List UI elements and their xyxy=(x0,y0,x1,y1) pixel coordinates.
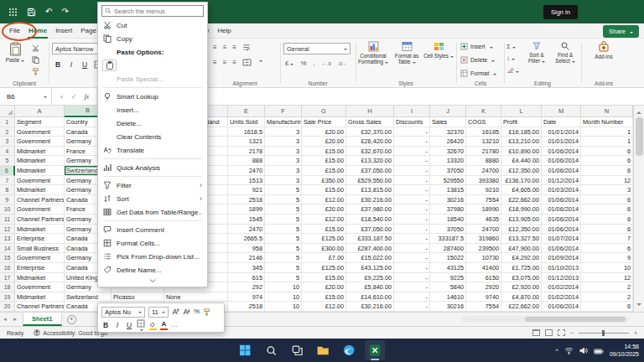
zoom-out-icon[interactable]: − xyxy=(570,330,574,336)
cell-A9[interactable]: Channel Partners xyxy=(15,195,65,205)
cell-J4[interactable]: 32670 xyxy=(430,147,466,157)
new-sheet-button[interactable]: + xyxy=(67,315,76,324)
prev-sheet-icon[interactable]: ◄ xyxy=(0,317,10,322)
tray-chevron-icon[interactable]: ^ xyxy=(555,347,558,354)
cell-J20[interactable]: 30216 xyxy=(430,302,466,312)
find-select-button[interactable]: Find & Select xyxy=(552,41,579,65)
cell-F9[interactable]: 5 xyxy=(265,195,302,205)
align-right-icon[interactable]: ≡ xyxy=(232,59,236,68)
cell-K5[interactable]: 8880 xyxy=(466,156,501,166)
cell-J14[interactable]: 287400 xyxy=(430,244,466,254)
paste-button[interactable]: Paste xyxy=(4,42,26,63)
cell-K11[interactable]: 4635 xyxy=(466,215,501,225)
row-header-9[interactable]: 9 xyxy=(0,195,15,205)
cell-N12[interactable]: 6 xyxy=(581,225,633,235)
mini-fill-color-icon[interactable] xyxy=(148,321,157,330)
row-header-14[interactable]: 14 xyxy=(0,244,15,254)
column-header-M[interactable]: M xyxy=(542,106,581,117)
mini-font-color-icon[interactable]: A xyxy=(160,321,168,330)
cell-A5[interactable]: Midmarket xyxy=(15,156,65,166)
cell-G2[interactable]: £20.00 xyxy=(302,127,346,137)
share-button[interactable]: Share xyxy=(603,25,639,38)
cell-M12[interactable]: 01/06/2014 xyxy=(542,225,581,235)
cell-N7[interactable]: 12 xyxy=(581,176,633,186)
mini-more-options-icon[interactable]: … xyxy=(171,322,179,328)
cell-J6[interactable]: 37050 xyxy=(430,166,466,176)
menu-item-insert-comment[interactable]: Insert Comment xyxy=(98,223,207,236)
menu-item-cut[interactable]: Cut xyxy=(98,18,207,32)
cell-I4[interactable]: - xyxy=(394,147,430,157)
cell-A18[interactable]: Government xyxy=(15,282,65,292)
cell-L17[interactable]: £3,075.00 xyxy=(501,273,542,283)
cell-G12[interactable]: £15.00 xyxy=(302,225,346,235)
cell-H6[interactable]: £37,050.00 xyxy=(346,166,394,176)
cell-M8[interactable]: 01/03/2014 xyxy=(542,185,581,195)
cell-F14[interactable]: 5 xyxy=(265,244,302,254)
cell-H13[interactable]: £333,187.50 xyxy=(346,234,394,244)
cell-M1[interactable]: Date xyxy=(542,117,581,127)
cell-N3[interactable]: 1 xyxy=(581,137,633,147)
undo-icon[interactable]: ↶ xyxy=(45,8,52,16)
cell-F17[interactable]: 5 xyxy=(265,273,302,283)
normal-view-icon[interactable] xyxy=(532,329,540,336)
next-sheet-icon[interactable]: ► xyxy=(10,317,20,322)
column-header-F[interactable]: F xyxy=(265,106,302,117)
cell-I17[interactable]: - xyxy=(394,273,430,283)
cell-J12[interactable]: 37050 xyxy=(430,225,466,235)
cell-J3[interactable]: 26420 xyxy=(430,137,466,147)
cell-K8[interactable]: 9210 xyxy=(466,185,501,195)
cell-I6[interactable]: - xyxy=(394,166,430,176)
sort-filter-button[interactable]: Sort & Filter xyxy=(523,41,550,65)
row-header-6[interactable]: 6 xyxy=(0,166,15,176)
horizontal-scrollbar[interactable] xyxy=(461,316,629,323)
cell-M2[interactable]: 01/01/2014 xyxy=(542,127,581,137)
bold-button[interactable]: B xyxy=(54,60,62,69)
app-launcher-icon[interactable] xyxy=(8,8,18,17)
menu-item-filter[interactable]: Filter› xyxy=(98,178,207,192)
cell-I10[interactable]: - xyxy=(394,204,430,215)
cell-K10[interactable]: 18990 xyxy=(466,204,501,215)
cell-G7[interactable]: £350.00 xyxy=(302,176,346,186)
page-layout-view-icon[interactable] xyxy=(545,329,553,336)
paste-option-keep-formatting[interactable] xyxy=(102,59,117,71)
cell-I2[interactable]: - xyxy=(394,127,430,137)
cell-E10[interactable]: 1899 xyxy=(228,204,265,215)
cell-C19[interactable]: Picasso xyxy=(112,292,164,303)
cell-E18[interactable]: 292 xyxy=(228,282,265,292)
clear-icon[interactable] xyxy=(506,66,519,75)
cell-M3[interactable]: 01/01/2014 xyxy=(542,137,581,147)
cell-H17[interactable]: £9,225.00 xyxy=(346,273,394,283)
cell-M15[interactable]: 01/09/2014 xyxy=(542,253,581,263)
underline-button[interactable]: U xyxy=(80,60,89,69)
cell-I12[interactable]: - xyxy=(394,225,430,235)
redo-icon[interactable]: ↷ xyxy=(61,8,68,16)
cell-J15[interactable]: 15022 xyxy=(430,253,466,263)
cell-H9[interactable]: £30,216.00 xyxy=(346,195,394,205)
tab-insert[interactable]: Insert xyxy=(51,23,76,39)
cell-F15[interactable]: 5 xyxy=(265,253,302,263)
row-header-11[interactable]: 11 xyxy=(0,215,15,225)
cell-M16[interactable]: 01/10/2013 xyxy=(542,263,581,273)
cell-H18[interactable]: £5,840.00 xyxy=(346,282,394,292)
row-header-20[interactable]: 20 xyxy=(0,302,15,312)
cell-N6[interactable]: 6 xyxy=(581,166,633,176)
cell-L1[interactable]: Profit xyxy=(501,117,542,127)
menu-item-get-data-from-table-range[interactable]: Get Data from Table/Range... xyxy=(98,205,207,219)
cell-K4[interactable]: 21780 xyxy=(466,147,501,157)
cell-E4[interactable]: 2178 xyxy=(228,147,265,157)
mini-bold-button[interactable]: B xyxy=(101,321,110,329)
cell-F20[interactable]: 10 xyxy=(265,302,302,312)
menu-item-paste-options[interactable]: Paste Options: xyxy=(98,45,207,59)
cut-icon[interactable] xyxy=(32,44,39,52)
column-header-A[interactable]: A xyxy=(15,106,65,117)
cell-L15[interactable]: £4,292.00 xyxy=(501,253,542,263)
mini-italic-button[interactable]: I xyxy=(113,321,122,329)
cell-L9[interactable]: £22,662.00 xyxy=(501,195,542,205)
copy-icon[interactable] xyxy=(32,56,39,64)
menu-item-translate[interactable]: Translate xyxy=(98,143,207,157)
cell-N5[interactable]: 6 xyxy=(581,156,633,166)
comma-style-icon[interactable]: , xyxy=(314,59,315,67)
autosum-icon[interactable]: Σ xyxy=(506,43,519,50)
menu-item-copy[interactable]: Copy xyxy=(98,32,207,45)
column-header-N[interactable]: N xyxy=(581,106,633,117)
